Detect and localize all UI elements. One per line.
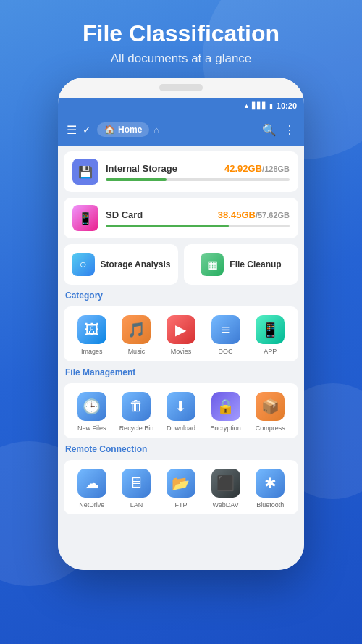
home-folder-icon: 🏠 [104, 125, 115, 135]
category-movies[interactable]: ▶ Movies [162, 315, 200, 356]
ftp-item[interactable]: 📂 FTP [162, 469, 200, 509]
hamburger-icon[interactable]: ☰ [67, 123, 77, 137]
remote-connection-grid: ☁ NetDrive 🖥 LAN 📂 FTP ⬛ [70, 469, 292, 509]
phone-content: 💾 Internal Storage 42.92GB/128GB [58, 146, 304, 570]
sd-storage-fill [106, 225, 229, 227]
movies-icon: ▶ [167, 315, 195, 344]
category-card: 🖼 Images 🎵 Music ▶ Movies ≡ [64, 306, 298, 361]
category-doc[interactable]: ≡ DOC [207, 315, 245, 356]
file-cleanup-button[interactable]: ▦ File Cleanup [184, 244, 298, 285]
signal-icon: ▋▋▋ [252, 102, 267, 109]
internal-storage-size: 42.92GB/128GB [224, 163, 290, 174]
compress-icon: 📦 [256, 392, 285, 421]
sd-storage-bar [106, 225, 290, 227]
ftp-icon: 📂 [167, 469, 195, 498]
bluetooth-label: Bluetooth [256, 501, 284, 509]
netdrive-icon: ☁ [77, 469, 106, 498]
phone-top-bar [58, 78, 304, 98]
category-images[interactable]: 🖼 Images [73, 315, 111, 356]
sd-card-label: SD Card [106, 209, 143, 220]
new-files-label: New Files [77, 425, 106, 432]
internal-storage-card[interactable]: 💾 Internal Storage 42.92GB/128GB [64, 151, 298, 192]
file-management-title: File Management [64, 367, 298, 377]
status-bar: ▲ ▋▋▋ ▮ 10:20 [58, 98, 304, 114]
compress-label: Compress [256, 425, 285, 432]
internal-storage-name-row: Internal Storage 42.92GB/128GB [106, 163, 290, 174]
phone-notch [159, 84, 203, 91]
images-icon: 🖼 [77, 315, 106, 344]
sd-card-name-row: SD Card 38.45GB/57.62GB [106, 209, 290, 220]
file-management-section: File Management 🕒 New Files 🗑 Recycle Bi… [64, 367, 298, 438]
netdrive-label: NetDrive [79, 501, 104, 509]
recycle-bin-icon: 🗑 [122, 392, 151, 421]
wifi-icon: ▲ [243, 102, 250, 109]
category-music[interactable]: 🎵 Music [117, 315, 155, 356]
app-bar: ☰ ✓ 🏠 Home ⌂ 🔍 ⋮ [58, 114, 304, 146]
ftp-label: FTP [174, 501, 187, 509]
download-item[interactable]: ⬇ Download [162, 392, 200, 432]
sd-card-size: 38.45GB/57.62GB [218, 209, 290, 220]
storage-analysis-label: Storage Analysis [101, 259, 171, 269]
webdav-icon: ⬛ [211, 469, 240, 498]
sd-used: 38.45GB [218, 209, 256, 220]
app-icon: 📱 [256, 315, 285, 344]
download-label: Download [167, 425, 195, 432]
compress-item[interactable]: 📦 Compress [251, 392, 289, 432]
storage-analysis-glyph: ○ [80, 258, 87, 271]
lan-item[interactable]: 🖥 LAN [117, 469, 155, 509]
app-bar-title-area: 🏠 Home ⌂ [97, 122, 256, 137]
bluetooth-icon: ✱ [256, 469, 285, 498]
recycle-bin-label: Recycle Bin [119, 425, 154, 432]
internal-storage-label: Internal Storage [106, 163, 177, 174]
remote-connection-section: Remote Connection ☁ NetDrive 🖥 LAN 📂 [64, 444, 298, 515]
search-icon[interactable]: 🔍 [262, 123, 277, 137]
remote-connection-card: ☁ NetDrive 🖥 LAN 📂 FTP ⬛ [64, 460, 298, 515]
bluetooth-item[interactable]: ✱ Bluetooth [251, 469, 289, 509]
encryption-icon: 🔒 [211, 392, 240, 421]
internal-storage-info: Internal Storage 42.92GB/128GB [106, 163, 290, 181]
lan-label: LAN [130, 501, 143, 509]
sd-card-icon: 📱 [72, 205, 98, 231]
file-cleanup-glyph: ▦ [207, 258, 218, 272]
sd-card-glyph: 📱 [78, 212, 93, 225]
doc-label: DOC [219, 348, 233, 356]
internal-storage-fill [106, 178, 167, 181]
internal-storage-bar [106, 178, 290, 181]
category-title: Category [64, 290, 298, 301]
webdav-label: WebDAV [212, 501, 238, 509]
check-icon[interactable]: ✓ [83, 124, 91, 135]
new-files-icon: 🕒 [77, 392, 106, 421]
internal-storage-icon: 💾 [72, 159, 98, 185]
images-label: Images [81, 348, 103, 356]
music-label: Music [128, 348, 146, 356]
phone-frame: ▲ ▋▋▋ ▮ 10:20 ☰ ✓ 🏠 Home ⌂ 🔍 ⋮ [58, 78, 304, 570]
more-icon[interactable]: ⋮ [284, 123, 295, 137]
category-section: Category 🖼 Images 🎵 Music ▶ M [64, 290, 298, 361]
app-bar-right: 🔍 ⋮ [262, 123, 295, 137]
status-icons: ▲ ▋▋▋ ▮ [243, 102, 273, 109]
internal-storage-glyph: 💾 [78, 165, 93, 179]
recycle-bin-item[interactable]: 🗑 Recycle Bin [117, 392, 155, 432]
movies-label: Movies [171, 348, 192, 356]
encryption-item[interactable]: 🔒 Encryption [207, 392, 245, 432]
sd-card-card[interactable]: 📱 SD Card 38.45GB/57.62GB [64, 198, 298, 238]
category-app[interactable]: 📱 APP [251, 315, 289, 356]
encryption-label: Encryption [210, 425, 241, 432]
category-grid: 🖼 Images 🎵 Music ▶ Movies ≡ [70, 315, 292, 356]
file-cleanup-label: File Cleanup [230, 259, 281, 269]
home-label: Home [118, 125, 142, 135]
sd-total: 57.62GB [258, 211, 290, 219]
file-cleanup-icon: ▦ [201, 253, 224, 276]
action-row: ○ Storage Analysis ▦ File Cleanup [64, 244, 298, 285]
breadcrumb-sep: ⌂ [153, 125, 159, 135]
webdav-item[interactable]: ⬛ WebDAV [207, 469, 245, 509]
music-icon: 🎵 [122, 315, 151, 344]
storage-analysis-button[interactable]: ○ Storage Analysis [64, 244, 178, 285]
app-label: APP [264, 348, 277, 356]
download-icon: ⬇ [167, 392, 195, 421]
netdrive-item[interactable]: ☁ NetDrive [73, 469, 111, 509]
sd-card-info: SD Card 38.45GB/57.62GB [106, 209, 290, 227]
status-time: 10:20 [277, 101, 297, 110]
home-button[interactable]: 🏠 Home [97, 122, 149, 137]
new-files-item[interactable]: 🕒 New Files [73, 392, 111, 432]
